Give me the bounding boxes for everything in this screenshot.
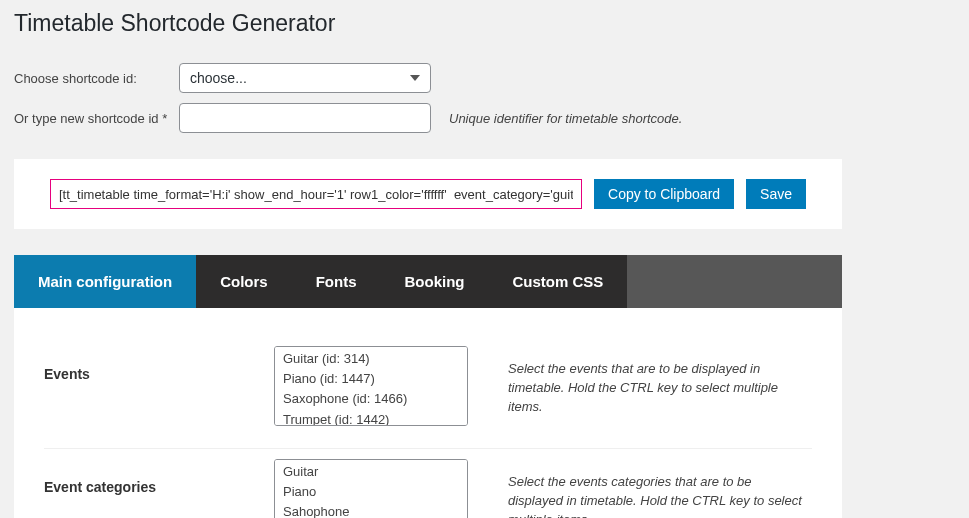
event-categories-hint: Select the events categories that are to… [508,459,808,518]
tab-custom-css[interactable]: Custom CSS [489,255,628,308]
tab-filler [627,255,842,308]
events-option[interactable]: Guitar (id: 314) [275,349,467,369]
tab-fonts[interactable]: Fonts [292,255,381,308]
tab-booking[interactable]: Booking [381,255,489,308]
field-events: Events Guitar (id: 314) Piano (id: 1447)… [44,336,812,449]
events-select[interactable]: Guitar (id: 314) Piano (id: 1447) Saxoph… [274,346,468,426]
new-shortcode-label: Or type new shortcode id * [14,111,179,126]
save-button[interactable]: Save [746,179,806,209]
choose-shortcode-select[interactable]: choose... [179,63,431,93]
choose-shortcode-label: Choose shortcode id: [14,71,179,86]
events-option[interactable]: Saxophone (id: 1466) [275,389,467,409]
event-categories-select[interactable]: Guitar Piano Sahophone Trumpet [274,459,468,518]
copy-to-clipboard-button[interactable]: Copy to Clipboard [594,179,734,209]
shortcode-panel: Copy to Clipboard Save [14,159,842,229]
events-option[interactable]: Piano (id: 1447) [275,369,467,389]
tabs: Main configuration Colors Fonts Booking … [14,255,842,308]
event-categories-option[interactable]: Sahophone [275,502,467,518]
events-option[interactable]: Trumpet (id: 1442) [275,410,467,426]
new-shortcode-hint: Unique identifier for timetable shortcod… [449,111,682,126]
field-event-categories-label: Event categories [44,459,274,495]
new-shortcode-row: Or type new shortcode id * Unique identi… [14,103,969,133]
event-categories-option[interactable]: Guitar [275,462,467,482]
choose-shortcode-row: Choose shortcode id: choose... [14,63,969,93]
page-title: Timetable Shortcode Generator [14,10,969,37]
field-events-label: Events [44,346,274,382]
new-shortcode-input[interactable] [179,103,431,133]
events-hint: Select the events that are to be display… [508,346,808,417]
shortcode-output[interactable] [50,179,582,209]
field-event-categories: Event categories Guitar Piano Sahophone … [44,449,812,518]
config-body: Events Guitar (id: 314) Piano (id: 1447)… [14,308,842,518]
tab-main-configuration[interactable]: Main configuration [14,255,196,308]
event-categories-option[interactable]: Piano [275,482,467,502]
tab-colors[interactable]: Colors [196,255,292,308]
